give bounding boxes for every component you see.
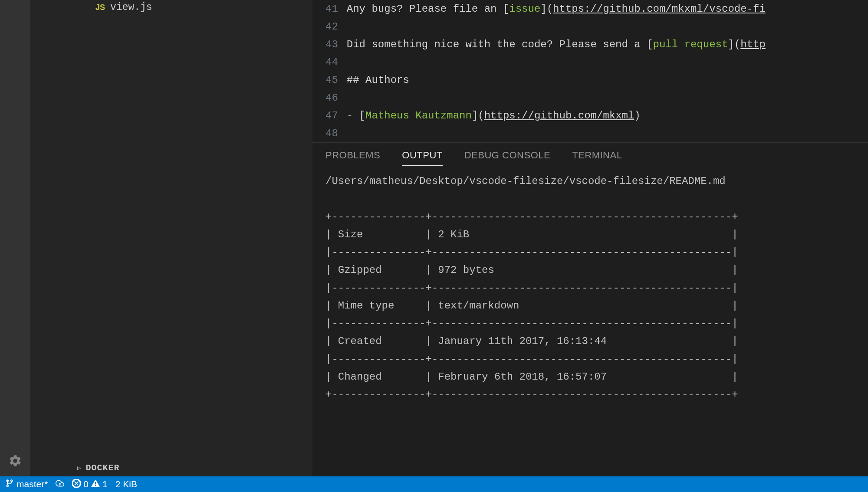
code-line[interactable] <box>347 53 868 71</box>
warning-count: 1 <box>102 479 108 489</box>
code-line[interactable]: Any bugs? Please file an [issue](https:/… <box>347 0 868 18</box>
activity-bar <box>0 0 30 476</box>
line-number: 46 <box>326 89 338 107</box>
output-panel-content[interactable]: /Users/matheus/Desktop/vscode-filesize/v… <box>312 166 868 410</box>
warning-icon <box>91 479 100 490</box>
bottom-panel: PROBLEMSOUTPUTDEBUG CONSOLETERMINAL /Use… <box>312 142 868 476</box>
code-line[interactable]: ## Authors <box>347 71 868 89</box>
line-number: 42 <box>326 18 338 36</box>
docker-section-header[interactable]: ▷ DOCKER <box>30 459 312 476</box>
git-sync-status[interactable] <box>56 479 64 490</box>
file-name: view.js <box>110 2 152 13</box>
git-branch-status[interactable]: master* <box>5 479 48 490</box>
line-number: 45 <box>326 71 338 89</box>
line-number: 48 <box>326 125 338 142</box>
filesize-status[interactable]: 2 KiB <box>115 479 137 489</box>
line-number: 44 <box>326 53 338 71</box>
branch-name: master* <box>16 479 48 489</box>
editor-area: 4142434445464748 Any bugs? Please file a… <box>312 0 868 476</box>
panel-tab-problems[interactable]: PROBLEMS <box>326 148 380 166</box>
code-line[interactable] <box>347 125 868 142</box>
line-numbers-gutter: 4142434445464748 <box>312 0 347 142</box>
code-line[interactable]: Did something nice with the code? Please… <box>347 36 868 53</box>
error-count: 0 <box>83 479 89 489</box>
code-editor[interactable]: 4142434445464748 Any bugs? Please file a… <box>312 0 868 142</box>
filesize-value: 2 KiB <box>115 479 137 489</box>
code-line[interactable] <box>347 18 868 36</box>
code-line[interactable] <box>347 89 868 107</box>
file-item-viewjs[interactable]: JS view.js <box>30 0 312 15</box>
docker-label: DOCKER <box>85 463 119 473</box>
panel-tabs: PROBLEMSOUTPUTDEBUG CONSOLETERMINAL <box>312 143 868 166</box>
code-content[interactable]: Any bugs? Please file an [issue](https:/… <box>347 0 868 142</box>
line-number: 47 <box>326 107 338 125</box>
main-area: JS view.js ▷ DOCKER 4142434445464748 Any… <box>0 0 868 476</box>
cloud-sync-icon <box>56 479 64 490</box>
line-number: 43 <box>326 36 338 53</box>
panel-tab-terminal[interactable]: TERMINAL <box>572 148 622 166</box>
status-bar: master* 0 1 2 KiB <box>0 476 868 492</box>
gear-icon[interactable] <box>8 454 22 468</box>
js-file-icon: JS <box>95 3 105 12</box>
sidebar: JS view.js ▷ DOCKER <box>30 0 312 476</box>
git-branch-icon <box>5 479 14 490</box>
code-line[interactable]: - [Matheus Kautzmann](https://github.com… <box>347 107 868 125</box>
file-tree: JS view.js <box>30 0 312 459</box>
panel-tab-output[interactable]: OUTPUT <box>402 148 442 166</box>
chevron-right-icon: ▷ <box>77 464 81 472</box>
error-icon <box>72 479 81 490</box>
line-number: 41 <box>326 0 338 18</box>
panel-tab-debug-console[interactable]: DEBUG CONSOLE <box>464 148 550 166</box>
problems-status[interactable]: 0 1 <box>72 479 107 490</box>
